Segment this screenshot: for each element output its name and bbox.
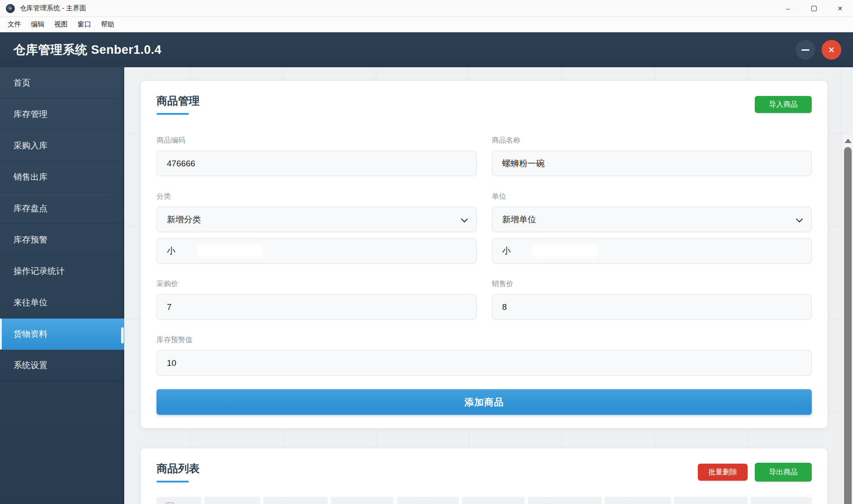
purchase-price-input[interactable] — [157, 294, 477, 320]
redaction-smudge — [531, 243, 599, 258]
add-product-button[interactable]: 添加商品 — [157, 389, 812, 415]
os-close-button[interactable]: ✕ — [827, 0, 853, 17]
alert-threshold-label: 库存预警值 — [157, 335, 812, 345]
maximize-icon — [811, 6, 817, 11]
col-actions: 操作 — [751, 497, 812, 504]
scroll-up-arrow-icon[interactable] — [844, 139, 852, 143]
sidebar-item-inventory[interactable]: 库存管理 — [0, 99, 124, 130]
main-row: 首页 库存管理 采购入库 销售出库 库存盘点 库存预警 操作记录统计 来往单位 … — [0, 67, 853, 504]
col-alert-value: 预警值 — [674, 497, 748, 504]
minimize-icon — [801, 49, 809, 51]
content-area: 商品管理 导入商品 商品编码 商品名称 分类 新增分类 — [124, 67, 853, 504]
import-products-button[interactable]: 导入商品 — [755, 96, 812, 113]
app-title: 仓库管理系统 Senber1.0.4 — [13, 42, 161, 58]
sidebar-nav: 首页 库存管理 采购入库 销售出库 库存盘点 库存预警 操作记录统计 来往单位 … — [0, 67, 124, 504]
product-form: 商品编码 商品名称 分类 新增分类 — [157, 135, 812, 415]
menu-window[interactable]: 窗口 — [73, 18, 96, 31]
os-titlebar: 仓库管理系统 - 主界面 – ✕ — [0, 0, 853, 17]
purchase-price-label: 采购价 — [157, 279, 477, 289]
sale-price-input[interactable] — [492, 294, 812, 320]
product-name-input[interactable] — [492, 151, 812, 176]
unit-select[interactable]: 新增单位 — [492, 207, 812, 232]
col-category: 分类 — [397, 497, 459, 504]
sidebar-item-stock-alert[interactable]: 库存预警 — [0, 224, 124, 256]
product-list-title: 商品列表 — [157, 462, 200, 475]
sidebar-item-operation-log[interactable]: 操作记录统计 — [0, 256, 124, 287]
product-code-input[interactable] — [157, 151, 477, 176]
os-window-controls: – ✕ — [775, 0, 853, 17]
app-header-controls: ✕ — [796, 40, 841, 60]
sidebar-item-partners[interactable]: 来往单位 — [0, 287, 124, 318]
menu-bar: 文件 编辑 视图 窗口 帮助 — [0, 17, 853, 32]
export-products-button[interactable]: 导出商品 — [755, 463, 812, 482]
menu-edit[interactable]: 编辑 — [26, 18, 49, 31]
title-underline — [157, 113, 189, 115]
product-name-label: 商品名称 — [492, 135, 812, 145]
select-all-cell — [157, 497, 201, 504]
os-window-title: 仓库管理系统 - 主界面 — [20, 4, 86, 13]
product-form-title: 商品管理 — [157, 94, 200, 108]
vertical-scrollbar[interactable] — [842, 135, 853, 504]
col-unit: 单位 — [462, 497, 525, 504]
redaction-smudge — [196, 243, 263, 258]
product-list-card: 商品列表 批量删除 导出商品 ID 编码 名称 分类 单位 采购价 销售价 — [141, 448, 827, 504]
menu-view[interactable]: 视图 — [49, 18, 73, 31]
unit-label: 单位 — [492, 191, 812, 201]
sidebar-item-stocktaking[interactable]: 库存盘点 — [0, 193, 124, 224]
col-name: 名称 — [331, 497, 394, 504]
sidebar-item-goods-data[interactable]: 货物资料 — [0, 318, 124, 350]
sidebar-item-purchase-in[interactable]: 采购入库 — [0, 130, 124, 161]
product-code-label: 商品编码 — [157, 135, 477, 145]
sidebar-item-settings[interactable]: 系统设置 — [0, 350, 124, 381]
col-code: 编码 — [263, 497, 328, 504]
app-icon — [6, 4, 15, 13]
app-minimize-button[interactable] — [796, 40, 815, 60]
title-underline — [157, 481, 189, 482]
category-label: 分类 — [157, 191, 477, 201]
os-maximize-button[interactable] — [801, 0, 827, 17]
sidebar-item-sales-out[interactable]: 销售出库 — [0, 161, 124, 193]
category-select[interactable]: 新增分类 — [157, 207, 477, 232]
app-header: 仓库管理系统 Senber1.0.4 ✕ — [0, 32, 853, 67]
os-minimize-button[interactable]: – — [775, 0, 801, 17]
product-management-card: 商品管理 导入商品 商品编码 商品名称 分类 新增分类 — [141, 81, 827, 428]
menu-help[interactable]: 帮助 — [96, 18, 119, 31]
col-purchase-price: 采购价 — [528, 497, 601, 504]
alert-threshold-input[interactable] — [157, 350, 812, 376]
menu-file[interactable]: 文件 — [3, 18, 26, 31]
scrollbar-thumb[interactable] — [844, 147, 852, 504]
batch-delete-button[interactable]: 批量删除 — [698, 464, 748, 481]
sidebar-scrollbar-thumb[interactable] — [121, 327, 124, 343]
sale-price-label: 销售价 — [492, 279, 812, 289]
col-id: ID — [205, 497, 260, 504]
product-table-header: ID 编码 名称 分类 单位 采购价 销售价 预警值 操作 — [157, 497, 812, 504]
col-sale-price: 销售价 — [605, 497, 671, 504]
app-close-button[interactable]: ✕ — [822, 40, 841, 60]
sidebar-item-home[interactable]: 首页 — [0, 67, 124, 99]
